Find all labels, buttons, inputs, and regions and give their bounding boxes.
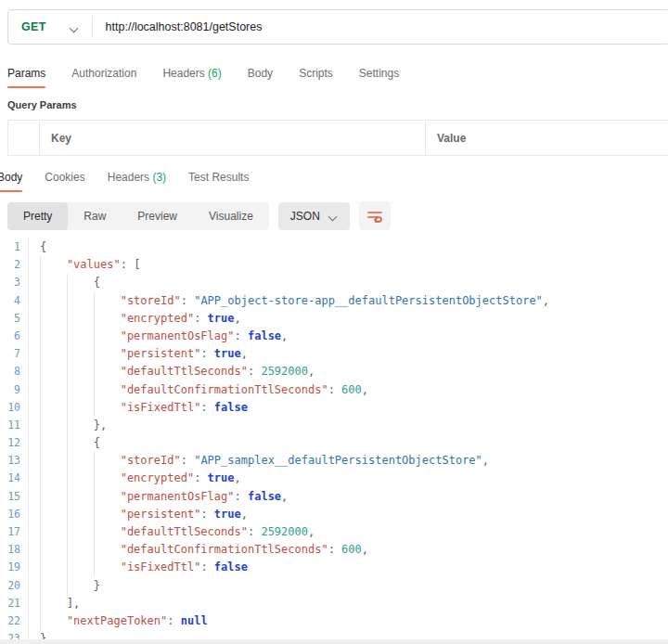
query-params-table: Key Value <box>7 120 668 156</box>
token-number: 600 <box>341 543 362 556</box>
indent-guide <box>40 345 67 363</box>
tab-test-results[interactable]: Test Results <box>186 161 250 192</box>
code-text: ], <box>28 595 80 612</box>
code-line: 19"isFixedTtl": false <box>0 559 668 576</box>
code-line: 15"permanentOsFlag": false, <box>0 488 668 506</box>
indent-guide <box>67 292 94 310</box>
token-keyword: false <box>214 560 248 573</box>
token-punctuation: , <box>235 312 241 325</box>
tab-body[interactable]: Body <box>246 58 275 88</box>
token-punctuation: , <box>362 383 368 396</box>
indent-guide <box>94 292 121 310</box>
format-label: JSON <box>290 210 320 223</box>
tab-authorization[interactable]: Authorization <box>70 58 138 88</box>
code-line: 6"permanentOsFlag": false, <box>0 328 668 345</box>
tab-scripts[interactable]: Scripts <box>297 58 335 88</box>
token-punctuation: , <box>235 471 241 484</box>
indent-guide <box>40 541 67 559</box>
tab-headers[interactable]: Headers (3) <box>106 161 168 192</box>
response-body-editor[interactable]: 1{2"values": [3{4"storeId": "APP_object-… <box>0 238 668 644</box>
view-mode-preview[interactable]: Preview <box>122 202 193 230</box>
view-mode-group: PrettyRawPreviewVisualize <box>7 202 269 230</box>
token-key: "encrypted" <box>121 471 194 484</box>
token-keyword: true <box>214 508 241 521</box>
tab-label: Scripts <box>299 67 333 80</box>
indent-guide <box>67 470 94 487</box>
code-text: "storeId": "APP_samplex__defaultPersiste… <box>28 452 489 470</box>
code-text: "defaultTtlSeconds": 2592000, <box>28 363 315 380</box>
token-punctuation: { <box>40 240 46 253</box>
token-key: "storeId" <box>121 454 181 467</box>
code-text: "isFixedTtl": false <box>28 399 248 417</box>
tab-label: Settings <box>359 67 399 80</box>
wrap-text-button[interactable] <box>359 201 391 230</box>
indent-guide <box>40 577 67 595</box>
indent-guide <box>67 274 94 291</box>
indent-guide <box>40 363 67 380</box>
code-text: "defaultConfirmationTtlSeconds": 600, <box>28 541 368 559</box>
indent-guide <box>40 612 67 630</box>
tab-cookies[interactable]: Cookies <box>43 161 86 192</box>
token-punctuation: : <box>235 329 248 342</box>
indent-guide <box>40 417 67 434</box>
token-string: "APP_samplex__defaultPersistentObjectSto… <box>194 454 482 467</box>
token-key: "isFixedTtl" <box>121 560 201 573</box>
token-keyword: null <box>181 614 208 627</box>
indent-guide <box>40 559 67 576</box>
indent-guide <box>67 541 94 559</box>
indent-guide <box>40 328 67 345</box>
code-text: "permanentOsFlag": false, <box>28 328 288 345</box>
code-line: 21], <box>0 595 668 612</box>
line-number: 14 <box>0 470 28 487</box>
tab-count-badge: (6) <box>208 67 222 80</box>
token-keyword: true <box>208 312 235 325</box>
format-dropdown[interactable]: JSON <box>278 202 350 230</box>
token-punctuation: : <box>235 490 248 503</box>
tab-headers[interactable]: Headers (6) <box>161 58 223 88</box>
code-line: 9"defaultConfirmationTtlSeconds": 600, <box>0 381 668 399</box>
code-text: } <box>28 577 100 595</box>
code-line: 8"defaultTtlSeconds": 2592000, <box>0 363 668 380</box>
tab-body[interactable]: Body <box>0 161 24 192</box>
view-mode-visualize[interactable]: Visualize <box>193 202 269 230</box>
indent-guide <box>40 399 67 417</box>
method-selector[interactable]: GET <box>8 10 92 44</box>
line-number: 22 <box>0 612 28 630</box>
indent-guide <box>67 577 94 595</box>
token-key: "isFixedTtl" <box>121 401 201 414</box>
tab-label: Body <box>248 67 273 80</box>
code-line: 5"encrypted": true, <box>0 310 668 328</box>
indent-guide <box>94 470 121 487</box>
indent-guide <box>67 506 94 523</box>
code-line: 3{ <box>0 274 668 291</box>
indent-guide <box>40 595 67 612</box>
indent-guide <box>40 470 67 487</box>
indent-guide <box>40 381 67 399</box>
indent-guide <box>67 488 94 506</box>
line-number: 12 <box>0 434 28 452</box>
indent-guide <box>67 523 94 541</box>
token-string: "APP_object-store-app__defaultPersistent… <box>194 294 543 307</box>
tab-settings[interactable]: Settings <box>357 58 401 88</box>
code-line: 16"persistent": true, <box>0 506 668 523</box>
url-input[interactable]: http://localhost:8081/getStores <box>93 20 668 33</box>
tab-params[interactable]: Params <box>6 58 47 88</box>
token-key: "storeId" <box>121 294 181 307</box>
line-number: 13 <box>0 452 28 470</box>
code-text: { <box>28 434 100 452</box>
token-punctuation: , <box>308 365 315 378</box>
view-mode-raw[interactable]: Raw <box>68 202 122 230</box>
code-line: 13"storeId": "APP_samplex__defaultPersis… <box>0 452 668 470</box>
code-text: "encrypted": true, <box>28 470 241 487</box>
horizontal-scrollbar[interactable] <box>0 639 668 644</box>
checkbox-column-header <box>8 121 40 155</box>
token-punctuation: : <box>181 294 194 307</box>
line-number: 11 <box>0 417 28 434</box>
query-params-label: Query Params <box>7 99 668 110</box>
chevron-down-icon <box>71 23 79 32</box>
token-punctuation: : <box>194 312 207 325</box>
view-mode-pretty[interactable]: Pretty <box>7 202 68 230</box>
code-line: 17"defaultTtlSeconds": 2592000, <box>0 523 668 541</box>
token-punctuation: { <box>94 436 100 449</box>
code-line: 20} <box>0 577 668 595</box>
